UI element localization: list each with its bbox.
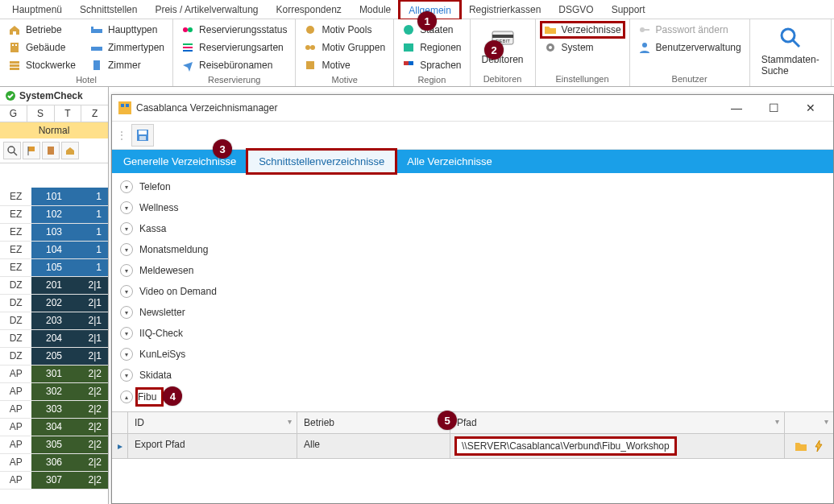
room-row[interactable]: EZ1051 [0, 258, 108, 276]
tab-dsgvo[interactable]: DSGVO [550, 0, 602, 19]
room-row[interactable]: EZ1021 [0, 205, 108, 223]
tree-item-monatsmeldung[interactable]: ▾Monatsmeldung [112, 239, 833, 260]
chevron-down-icon[interactable]: ▾ [120, 264, 133, 277]
filter-icon[interactable]: ▾ [775, 417, 779, 426]
minimize-button[interactable]: — [720, 98, 753, 118]
tab-hauptmenu[interactable]: Hauptmenü [3, 0, 71, 19]
browse-folder-icon[interactable] [795, 440, 807, 452]
save-button[interactable] [131, 124, 154, 147]
chevron-down-icon[interactable]: ▾ [120, 327, 133, 340]
room-row[interactable]: AP3042|2 [0, 418, 108, 436]
tree-item-telefon[interactable]: ▾Telefon [112, 176, 833, 197]
ribbon-gebaeude[interactable]: Gebäude [5, 39, 79, 56]
chevron-down-icon[interactable]: ▾ [120, 306, 133, 319]
tree-item-meldewesen[interactable]: ▾Meldewesen [112, 260, 833, 281]
mini-tab-t[interactable]: T [55, 105, 82, 122]
ribbon-resstatus[interactable]: Reservierungsstatus [178, 22, 290, 38]
ribbon-system[interactable]: System [541, 39, 624, 56]
filter-icon[interactable]: ▾ [824, 417, 828, 426]
ribbon-resarten[interactable]: Reservierungsarten [178, 39, 290, 56]
ribbon-reisebuero[interactable]: Reisebüronamen [178, 57, 290, 73]
cell-pfad[interactable]: \\SERVER\Casablanca\Verbund\Fibu_Worksho… [450, 434, 785, 458]
room-row[interactable]: AP3022|2 [0, 382, 108, 400]
ribbon-motive[interactable]: Motive [301, 57, 388, 73]
chevron-down-icon[interactable]: ▾ [120, 243, 133, 256]
mini-tab-s[interactable]: S [27, 105, 55, 122]
tree-item-video-on-demand[interactable]: ▾Video on Demand [112, 281, 833, 302]
room-row[interactable]: AP3072|2 [0, 471, 108, 489]
dlgtab-alle[interactable]: Alle Verzeichnisse [396, 150, 504, 173]
filter-icon[interactable]: ▾ [288, 417, 292, 426]
chevron-up-icon[interactable]: ▴ [120, 390, 133, 403]
ribbon-motiv-gruppen[interactable]: Motiv Gruppen [301, 39, 388, 56]
tree-item-newsletter[interactable]: ▾Newsletter [112, 302, 833, 323]
ribbon-benutzerverwaltung[interactable]: Benutzerverwaltung [635, 39, 745, 56]
room-row[interactable]: EZ1011 [0, 188, 108, 205]
room-row[interactable]: EZ1031 [0, 223, 108, 241]
room-row[interactable]: DZ2042|1 [0, 329, 108, 347]
ribbon-passwort[interactable]: Passwort ändern [635, 22, 745, 38]
room-row[interactable]: AP3052|2 [0, 436, 108, 453]
col-header-id[interactable]: ID▾ [128, 412, 297, 433]
search-button[interactable] [3, 142, 21, 159]
chevron-down-icon[interactable]: ▾ [120, 222, 133, 235]
room-number: 101 [31, 188, 76, 205]
ribbon-betriebe[interactable]: Betriebe [5, 22, 79, 38]
chevron-down-icon[interactable]: ▾ [120, 348, 133, 361]
room-row[interactable]: DZ2032|1 [0, 312, 108, 329]
home-button[interactable] [61, 142, 79, 159]
mini-tab-z[interactable]: Z [81, 105, 108, 122]
room-code: DZ [0, 276, 31, 294]
col-header-betrieb[interactable]: Betrieb▾ [297, 412, 450, 433]
ribbon-zimmertypen[interactable]: Zimmertypen [87, 39, 168, 56]
tab-korrespondenz[interactable]: Korrespondenz [267, 0, 350, 19]
room-cap: 2|2 [77, 365, 108, 382]
lightning-icon[interactable] [814, 440, 824, 452]
room-row[interactable]: EZ1041 [0, 241, 108, 258]
col-header-pfad[interactable]: Pfad▾ [450, 412, 785, 433]
ribbon-zimmer[interactable]: Zimmer [87, 57, 168, 73]
room-row[interactable]: AP3062|2 [0, 453, 108, 471]
maximize-button[interactable]: ☐ [757, 98, 790, 118]
tree-item-iiq-check[interactable]: ▾IIQ-Check [112, 323, 833, 344]
room-row[interactable]: DZ2052|1 [0, 347, 108, 365]
tab-schnittstellen[interactable]: Schnittstellen [71, 0, 146, 19]
room-row[interactable]: DZ2012|1 [0, 276, 108, 294]
chevron-down-icon[interactable]: ▾ [120, 285, 133, 298]
ribbon-verzeichnisse[interactable]: Verzeichnisse [541, 22, 624, 38]
dlgtab-schnittstellen[interactable]: Schnittstellenverzeichnisse [247, 150, 396, 173]
door-button[interactable] [42, 142, 60, 159]
group-label-benutzer: Benutzer [635, 72, 745, 86]
tree-item-kassa[interactable]: ▾Kassa [112, 218, 833, 239]
mini-tab-g[interactable]: G [0, 105, 27, 122]
ribbon-label: Motiv Gruppen [322, 42, 385, 53]
tree-item-wellness[interactable]: ▾Wellness [112, 197, 833, 218]
group-label-region: Region [399, 73, 464, 87]
tree-item-fibu[interactable]: ▴Fibu [112, 386, 833, 408]
room-row[interactable]: AP3012|2 [0, 365, 108, 382]
chevron-down-icon[interactable]: ▾ [120, 369, 133, 382]
grid-row[interactable]: ▸ Export Pfad Alle \\SERVER\Casablanca\V… [112, 434, 833, 459]
main-menu-tabs: Hauptmenü Schnittstellen Preis / Artikel… [0, 0, 834, 19]
chevron-down-icon[interactable]: ▾ [120, 180, 133, 193]
tab-module[interactable]: Module [351, 0, 400, 19]
room-row[interactable]: DZ2022|1 [0, 294, 108, 312]
tab-registrierkassen[interactable]: Registrierkassen [460, 0, 550, 19]
ribbon-sprachen[interactable]: Sprachen [399, 57, 464, 73]
ribbon-haupttypen[interactable]: Haupttypen [87, 22, 168, 38]
ribbon-motiv-pools[interactable]: Motiv Pools [301, 22, 388, 38]
tree-item-skidata[interactable]: ▾Skidata [112, 365, 833, 386]
chevron-down-icon[interactable]: ▾ [120, 201, 133, 214]
close-button[interactable]: ✕ [795, 98, 827, 118]
flag-button[interactable] [23, 142, 40, 159]
tab-support[interactable]: Support [603, 0, 654, 19]
svg-rect-13 [183, 47, 193, 48]
tab-preis[interactable]: Preis / Artikelverwaltung [146, 0, 267, 19]
ribbon-regionen[interactable]: Regionen [399, 39, 464, 56]
room-row[interactable]: AP3032|2 [0, 400, 108, 418]
pfad-input[interactable]: \\SERVER\Casablanca\Verbund\Fibu_Worksho… [457, 439, 674, 453]
ribbon-stockwerke[interactable]: Stockwerke [5, 57, 79, 73]
tree-item-kunleisys[interactable]: ▾KunLeiSys [112, 344, 833, 365]
ribbon-stammdaten-suche[interactable]: Stammdaten-Suche [755, 22, 826, 82]
ribbon-label: Betriebe [26, 24, 62, 35]
